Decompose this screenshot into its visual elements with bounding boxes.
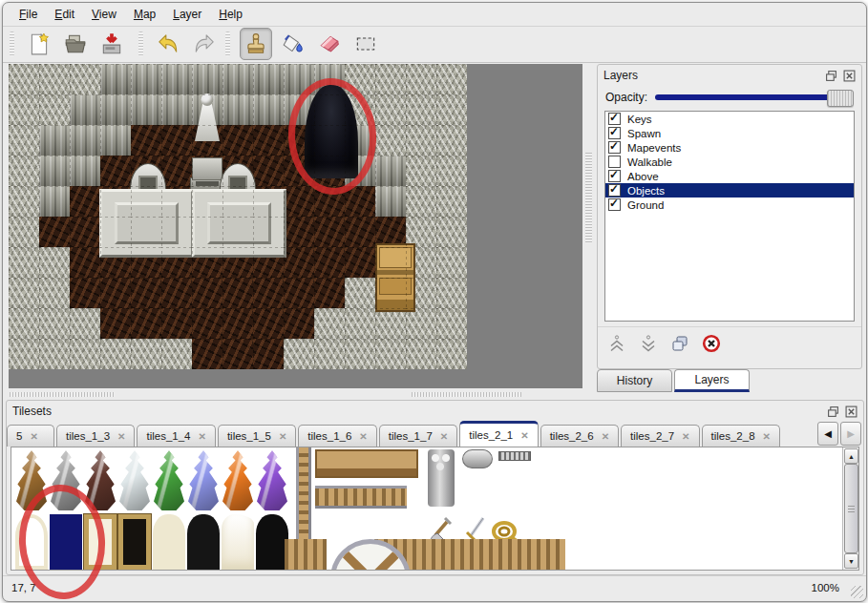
map-tile[interactable] <box>375 125 406 156</box>
map-tile[interactable] <box>39 125 70 156</box>
map-tile[interactable] <box>314 247 345 278</box>
map-tile[interactable] <box>9 308 39 339</box>
scroll-up-icon[interactable]: ▲ <box>844 448 858 464</box>
map-tile[interactable] <box>375 156 406 186</box>
map-tile[interactable] <box>436 156 467 186</box>
map-tile[interactable] <box>70 186 100 217</box>
map-tile[interactable] <box>131 64 161 94</box>
map-tile[interactable] <box>39 278 70 308</box>
menu-edit[interactable]: Edit <box>46 5 83 24</box>
map-tile[interactable] <box>284 339 314 369</box>
opacity-slider[interactable] <box>655 90 854 105</box>
select-tool-button[interactable] <box>350 29 381 59</box>
tileset-tab-tiles_1_7[interactable]: tiles_1_7✕ <box>379 425 457 447</box>
close-tab-icon[interactable]: ✕ <box>279 431 286 442</box>
map-tile[interactable] <box>9 125 39 156</box>
map-tile[interactable] <box>314 278 345 308</box>
map-tile[interactable] <box>9 217 39 247</box>
map-tile[interactable] <box>9 156 39 186</box>
map-tile[interactable] <box>436 247 467 278</box>
close-tab-icon[interactable]: ✕ <box>602 431 609 442</box>
lower-layer-button[interactable] <box>637 333 660 354</box>
map-tile[interactable] <box>100 156 131 186</box>
map-tile[interactable] <box>70 217 100 247</box>
map-tile[interactable] <box>70 247 100 278</box>
duplicate-layer-button[interactable] <box>668 333 691 354</box>
map-tile[interactable] <box>436 64 467 94</box>
tile-crystal-orange[interactable] <box>222 449 254 510</box>
scroll-tabs-right-icon[interactable]: ▶ <box>840 422 861 446</box>
layer-visibility-checkbox[interactable] <box>608 156 621 168</box>
map-tile[interactable] <box>314 308 345 339</box>
tileset-scrollbar[interactable]: ▲ ▼ <box>842 447 858 570</box>
tile-column-capital[interactable] <box>462 449 493 468</box>
map-tile[interactable] <box>284 217 314 247</box>
map-tile[interactable] <box>70 278 100 308</box>
tileset-tab-tiles_1_3[interactable]: tiles_1_3✕ <box>56 425 135 447</box>
map-tile[interactable] <box>222 339 253 369</box>
map-tile[interactable] <box>192 278 222 308</box>
map-tile[interactable] <box>100 339 131 369</box>
tileset-tab-tiles_2_8[interactable]: tiles_2_8✕ <box>702 425 780 447</box>
close-tab-icon[interactable]: ✕ <box>30 431 37 442</box>
tileset-canvas[interactable] <box>11 447 843 570</box>
map-tile[interactable] <box>70 156 100 186</box>
layer-row-objects[interactable]: Objects <box>605 183 854 198</box>
layer-row-spawn[interactable]: Spawn <box>605 126 854 140</box>
map-tile[interactable] <box>375 94 406 125</box>
save-button[interactable] <box>96 29 127 59</box>
stone-tomb-left[interactable] <box>99 189 194 258</box>
tile-crystal-purple[interactable] <box>256 449 288 510</box>
map-tile[interactable] <box>100 308 131 339</box>
scrollbar-thumb[interactable] <box>844 464 858 553</box>
map-tile[interactable] <box>253 64 284 94</box>
close-tab-icon[interactable]: ✕ <box>440 431 448 442</box>
horizontal-splitter[interactable] <box>3 390 595 399</box>
tile-metal-bars[interactable] <box>498 451 531 461</box>
map-tile[interactable] <box>284 247 314 278</box>
map-tile[interactable] <box>9 339 39 369</box>
map-tile[interactable] <box>436 278 467 308</box>
layer-visibility-checkbox[interactable] <box>608 127 621 139</box>
map-tile[interactable] <box>39 94 70 125</box>
scroll-down-icon[interactable]: ▼ <box>844 553 858 569</box>
close-panel-icon[interactable] <box>844 405 857 418</box>
map-tile[interactable] <box>375 339 406 369</box>
map-tile[interactable] <box>39 217 70 247</box>
toolbar-handle[interactable] <box>10 31 14 56</box>
layer-row-keys[interactable]: Keys <box>605 112 854 126</box>
map-tile[interactable] <box>70 125 100 156</box>
tile-arch-black-2[interactable] <box>256 514 288 570</box>
tileset-tab-tiles_1_6[interactable]: tiles_1_6✕ <box>298 425 376 447</box>
map-tile[interactable] <box>131 339 161 369</box>
layer-row-above[interactable]: Above <box>605 169 854 183</box>
map-tile[interactable] <box>284 278 314 308</box>
map-tile[interactable] <box>39 186 70 217</box>
map-tile[interactable] <box>375 64 406 94</box>
layer-visibility-checkbox[interactable] <box>608 198 621 211</box>
map-tile[interactable] <box>39 156 70 186</box>
map-tile[interactable] <box>436 217 467 247</box>
map-tile[interactable] <box>100 278 131 308</box>
map-tile[interactable] <box>253 308 284 339</box>
wooden-cabinet[interactable] <box>375 243 415 312</box>
map-tile[interactable] <box>406 186 436 217</box>
layer-list[interactable]: KeysSpawnMapeventsWalkableAboveObjectsGr… <box>604 111 855 322</box>
map-tile[interactable] <box>406 64 436 94</box>
layer-visibility-checkbox[interactable] <box>608 184 621 197</box>
map-tile[interactable] <box>9 247 39 278</box>
tileset-tab-tiles_2_1[interactable]: tiles_2_1✕ <box>459 421 538 447</box>
map-tile[interactable] <box>436 339 467 369</box>
map-tile[interactable] <box>314 339 345 369</box>
stamp-tool-button[interactable] <box>240 28 272 60</box>
tile-rail-horizontal[interactable] <box>315 486 407 509</box>
map-tile[interactable] <box>345 217 375 247</box>
tileset-tab-tiles_2_6[interactable]: tiles_2_6✕ <box>540 425 619 447</box>
map-tile[interactable] <box>222 308 253 339</box>
eraser-tool-button[interactable] <box>314 29 345 59</box>
map-tile[interactable] <box>100 94 131 125</box>
map-tile[interactable] <box>406 125 436 156</box>
map-tile[interactable] <box>9 278 39 308</box>
map-tile[interactable] <box>70 64 100 94</box>
map-tile[interactable] <box>9 186 39 217</box>
